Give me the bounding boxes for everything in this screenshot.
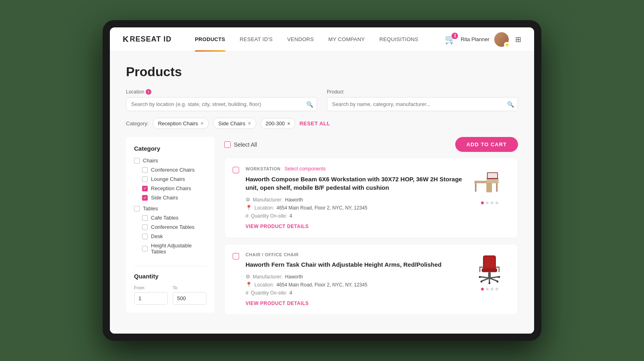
product-search-icon: 🔍 (507, 101, 514, 108)
tables-checkbox-item[interactable]: Tables (134, 205, 206, 212)
location-search-icon: 🔍 (306, 101, 313, 108)
svg-rect-18 (498, 268, 500, 272)
product-filter-group: Product 🔍 (327, 89, 518, 111)
side-chairs-item[interactable]: ✓ Side Chairs (142, 195, 206, 201)
product-2-name: Haworth Fern Task Chair with Adjustable … (246, 260, 463, 269)
select-all-label: Select All (234, 141, 257, 148)
svg-point-27 (479, 276, 481, 278)
product-2-info: CHAIR / OFFICE CHAIR Haworth Fern Task C… (246, 252, 463, 307)
from-input[interactable] (134, 292, 168, 305)
height-adjustable-item[interactable]: Height Adjustable Tables (142, 243, 206, 255)
lounge-chairs-checkbox[interactable] (142, 176, 148, 182)
logo-k-icon: K (123, 35, 129, 44)
nav-reseat-ids[interactable]: RESEAT ID'S (233, 27, 280, 52)
cafe-tables-label: Cafe Tables (151, 215, 178, 221)
manufacturer-icon-2: ⚙ (246, 274, 250, 280)
conference-tables-item[interactable]: Conference Tables (142, 224, 206, 230)
product-1-checkbox[interactable] (233, 167, 239, 173)
svg-rect-10 (489, 185, 490, 185)
side-chairs-remove-icon[interactable]: × (248, 120, 251, 127)
location-info-icon: i (146, 89, 151, 95)
product-card-1: WORKSTATION Select components Haworth Co… (224, 158, 518, 238)
product-2-checkbox[interactable] (233, 253, 239, 259)
height-adjustable-label: Height Adjustable Tables (151, 243, 206, 255)
svg-point-28 (498, 276, 500, 278)
select-all-wrap[interactable]: Select All (224, 141, 257, 148)
side-chairs-checkbox[interactable]: ✓ (142, 195, 148, 201)
product-2-image-dots (481, 288, 498, 290)
tables-checkbox[interactable] (134, 206, 140, 212)
quantity-tag-label: 200-300 (266, 120, 285, 127)
quantity-tag[interactable]: 200-300 × (260, 118, 295, 129)
to-input[interactable] (173, 292, 206, 305)
main-content: Products Location i 🔍 (110, 52, 534, 334)
dot-1-3 (491, 201, 493, 204)
sidebar-divider (134, 266, 206, 266)
desk-checkbox[interactable] (142, 234, 148, 239)
location-search-input[interactable] (126, 97, 317, 111)
two-col-layout: Category Chairs Conference Chai (126, 137, 518, 321)
user-avatar-wrap[interactable]: ⭐ (494, 32, 509, 47)
nav-my-company[interactable]: MY COMPANY (321, 27, 372, 52)
product-2-quantity-value: 4 (289, 290, 292, 296)
product-1-location-value: 4654 Main Road, Floor 2, NYC, NY, 12345 (277, 205, 367, 211)
reception-chairs-remove-icon[interactable]: × (200, 120, 204, 127)
reset-all-button[interactable]: RESET ALL (299, 120, 330, 127)
product-2-manufacturer-value: Haworth (285, 274, 303, 280)
select-components-link[interactable]: Select components (285, 166, 326, 172)
product-1-image-wrap (469, 166, 510, 204)
product-1-info: WORKSTATION Select components Haworth Co… (246, 166, 463, 230)
side-chairs-tag[interactable]: Side Chairs × (213, 118, 256, 129)
products-header: Select All ADD TO CART (224, 137, 518, 152)
product-2-meta: ⚙ Manufacturer: Haworth 📍 Location: 4654… (246, 274, 463, 296)
svg-point-25 (481, 280, 483, 282)
logo[interactable]: K RESEAT ID (123, 35, 171, 44)
add-icon[interactable]: ⊞ (515, 35, 521, 44)
product-card-2: CHAIR / OFFICE CHAIR Haworth Fern Task C… (224, 244, 518, 315)
cart-button[interactable]: 🛒 1 (445, 34, 456, 45)
product-2-view-details[interactable]: VIEW PRODUCT DETAILS (246, 301, 309, 306)
quantity-remove-icon[interactable]: × (287, 120, 290, 127)
chair-svg (475, 252, 504, 284)
chairs-checkbox[interactable] (134, 158, 140, 164)
star-badge: ⭐ (504, 42, 510, 48)
select-all-checkbox[interactable] (224, 141, 231, 148)
product-1-quantity-label: Quantity On-site: (251, 213, 287, 219)
reception-chairs-checkbox[interactable]: ✓ (142, 186, 148, 191)
nav-products[interactable]: PRODUCTS (188, 27, 232, 52)
chairs-checkbox-item[interactable]: Chairs (134, 158, 206, 164)
desk-item[interactable]: Desk (142, 233, 206, 239)
dot-1-2 (486, 201, 489, 204)
conference-chairs-item[interactable]: Conference Chairs (142, 167, 206, 173)
category-scroll-wrap: Chairs Conference Chairs Lounge Chairs (134, 158, 206, 259)
cafe-tables-checkbox[interactable] (142, 215, 148, 221)
main-nav: PRODUCTS RESEAT ID'S VENDORS MY COMPANY … (188, 27, 445, 52)
product-2-manufacturer-label: Manufacturer: (253, 274, 283, 280)
nav-vendors[interactable]: VENDORS (280, 27, 321, 52)
quantity-icon-2: # (246, 290, 248, 296)
product-2-category-badge: CHAIR / OFFICE CHAIR (246, 252, 299, 257)
lounge-chairs-item[interactable]: Lounge Chairs (142, 176, 206, 182)
product-1-image (471, 166, 508, 198)
height-adjustable-checkbox[interactable] (142, 246, 148, 251)
chairs-label: Chairs (143, 158, 158, 164)
dot-1-4 (495, 201, 498, 204)
product-2-category-line: CHAIR / OFFICE CHAIR (246, 252, 463, 257)
reception-chairs-tag[interactable]: Reception Chairs × (153, 118, 209, 129)
reception-chairs-item[interactable]: ✓ Reception Chairs (142, 185, 206, 191)
add-to-cart-button[interactable]: ADD TO CART (455, 137, 518, 152)
conference-chairs-checkbox[interactable] (142, 167, 148, 173)
conference-tables-checkbox[interactable] (142, 224, 148, 230)
product-1-manufacturer-value: Haworth (285, 197, 303, 203)
nav-requisitions[interactable]: REQUISITIONS (372, 27, 425, 52)
product-1-view-details[interactable]: VIEW PRODUCT DETAILS (246, 224, 309, 229)
product-label-text: Product (327, 89, 343, 95)
product-search-input[interactable] (327, 97, 518, 111)
cafe-tables-item[interactable]: Cafe Tables (142, 215, 206, 221)
product-1-name: Haworth Compose Beam 6X6 Workstation wit… (246, 175, 463, 192)
products-area: Select All ADD TO CART WORKSTATION Selec… (224, 137, 518, 321)
quantity-sidebar-title: Quantity (134, 273, 206, 280)
left-sidebar: Category Chairs Conference Chai (126, 137, 215, 313)
location-label-text: Location (126, 89, 144, 95)
svg-rect-13 (484, 256, 495, 268)
